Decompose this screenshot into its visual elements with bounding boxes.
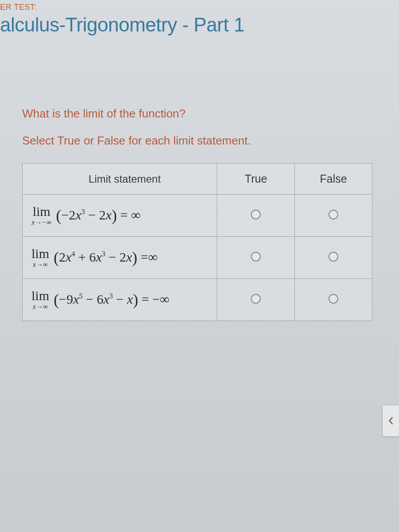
question-instruction: Select True or False for each limit stat…	[22, 134, 381, 148]
radio-false-1[interactable]	[329, 210, 338, 219]
previous-arrow-button[interactable]	[382, 405, 399, 437]
header-statement: Limit statement	[23, 164, 217, 195]
radio-false-3[interactable]	[329, 294, 338, 304]
table-header-row: Limit statement True False	[23, 164, 372, 195]
table-row: lim x→∞ (−9x5 − 6x3 − x) = −∞	[23, 279, 372, 321]
chevron-left-icon	[388, 417, 394, 425]
limit-statement-2: lim x→∞ (2x4 + 6x3 − 2x) =∞	[23, 237, 217, 279]
test-label: ER TEST:	[0, 0, 399, 13]
radio-false-2[interactable]	[329, 252, 338, 262]
question-block: What is the limit of the function? Selec…	[0, 107, 399, 321]
header-true: True	[217, 164, 295, 195]
question-prompt: What is the limit of the function?	[22, 107, 381, 121]
table-row: lim x→∞ (2x4 + 6x3 − 2x) =∞	[23, 237, 372, 279]
header-false: False	[295, 164, 372, 195]
radio-true-3[interactable]	[251, 294, 261, 304]
radio-true-1[interactable]	[251, 210, 261, 219]
limits-table: Limit statement True False lim x→−∞ (−2x…	[22, 163, 372, 321]
table-row: lim x→−∞ (−2x3 − 2x) = ∞	[23, 195, 372, 237]
radio-true-2[interactable]	[251, 252, 261, 262]
page-title: alculus-Trigonometry - Part 1	[0, 13, 399, 40]
limit-statement-3: lim x→∞ (−9x5 − 6x3 − x) = −∞	[23, 279, 217, 321]
limit-statement-1: lim x→−∞ (−2x3 − 2x) = ∞	[23, 195, 217, 237]
